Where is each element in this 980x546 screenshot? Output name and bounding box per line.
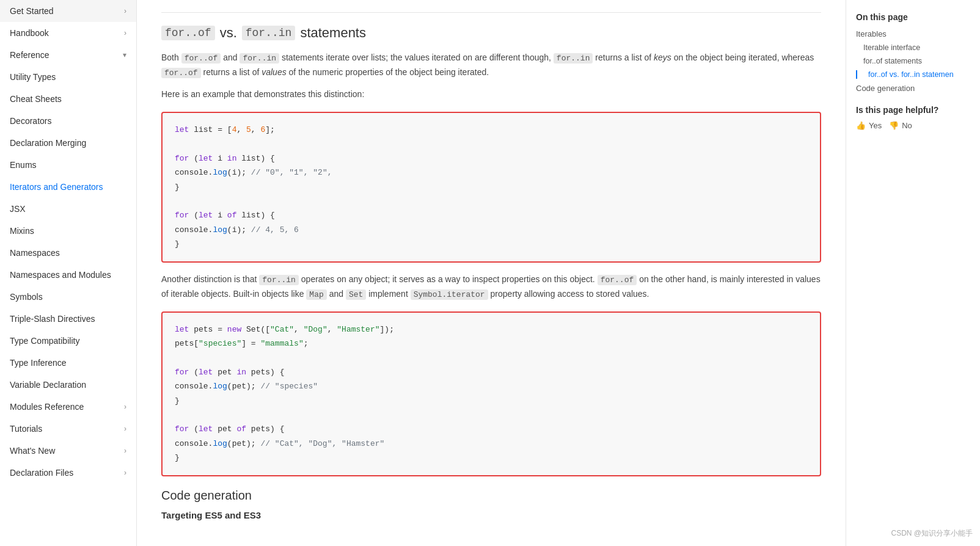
sidebar-item-triple-slash[interactable]: Triple-Slash Directives [0, 308, 136, 330]
yes-button[interactable]: 👍 Yes [856, 121, 882, 130]
paragraph-2: Here is an example that demonstrates thi… [161, 87, 821, 102]
sidebar-item-label: Symbols [10, 292, 43, 302]
kw-token: in [236, 368, 246, 377]
code-line: pets["species"] = "mammals"; [175, 337, 808, 351]
sidebar-item-label: Get Started [10, 6, 54, 16]
toc-title: On this page [856, 12, 970, 22]
var-token: console [175, 168, 208, 177]
sidebar-item-label: Declaration Merging [10, 138, 86, 148]
kw-token: of [227, 211, 237, 220]
var-token: pets [246, 424, 270, 434]
toc-item-iterable-interface[interactable]: Iterable interface [856, 43, 970, 52]
code-block-1: let list = [4, 5, 6]; for (let i in list… [161, 112, 821, 263]
pun-token: ); [246, 382, 260, 391]
pun-token: ; [304, 339, 309, 348]
sidebar-item-reference[interactable]: Reference▾ [0, 44, 136, 66]
no-label: No [902, 121, 912, 130]
sidebar-item-label: JSX [10, 204, 26, 214]
heading-vs: vs. [220, 25, 237, 41]
sidebar-item-namespaces-modules[interactable]: Namespaces and Modules [0, 264, 136, 286]
sidebar-item-decorators[interactable]: Decorators [0, 110, 136, 132]
sidebar-item-declaration-merging[interactable]: Declaration Merging [0, 132, 136, 154]
fn-token: log [213, 225, 227, 235]
pun-token: ); [236, 225, 250, 235]
sidebar-item-label: Namespaces [10, 248, 60, 258]
str-token: "Cat" [270, 325, 294, 334]
inline-code: for..of [161, 68, 201, 78]
pun-token: , [251, 125, 261, 134]
code-line: } [175, 451, 808, 465]
str-token: "species" [199, 339, 241, 348]
pun-token: } [175, 183, 180, 192]
str-token: "Dog" [304, 325, 327, 334]
sidebar-item-utility-types[interactable]: Utility Types [0, 66, 136, 88]
code-line: for (let pet in pets) { [175, 365, 808, 379]
toc-item-forof-vs-forin[interactable]: for..of vs. for..in statemen [856, 70, 970, 79]
inline-code: for..of [598, 275, 637, 285]
sidebar-item-jsx[interactable]: JSX [0, 198, 136, 220]
sidebar-item-iterators-generators[interactable]: Iterators and Generators [0, 176, 136, 198]
emphasis: values [261, 67, 286, 77]
toc-item-iterables[interactable]: Iterables [856, 29, 970, 38]
var-token: Set [241, 325, 260, 334]
sidebar-item-label: Declaration Files [10, 468, 73, 478]
code-line: for (let i of list) { [175, 208, 808, 222]
code-line [175, 351, 808, 365]
sidebar-item-type-compatibility[interactable]: Type Compatibility [0, 330, 136, 352]
sidebar-item-namespaces[interactable]: Namespaces [0, 242, 136, 264]
sidebar-item-mixins[interactable]: Mixins [0, 220, 136, 242]
sidebar-item-label: Handbook [10, 28, 49, 38]
sidebar-item-label: Tutorials [10, 424, 42, 434]
pun-token: ([ [260, 325, 270, 334]
toc-item-forof-statements[interactable]: for..of statements [856, 57, 970, 65]
pun-token: ( [189, 424, 199, 434]
sidebar-item-declaration-files[interactable]: Declaration Files› [0, 462, 136, 484]
kw-token: for [175, 368, 189, 377]
sidebar-item-variable-declaration[interactable]: Variable Declaration [0, 374, 136, 396]
pun-token: ) { [270, 368, 284, 377]
pun-token: ( [227, 225, 232, 235]
code-line: } [175, 180, 808, 194]
cmt-token: // "Cat", "Dog", "Hamster" [260, 439, 384, 448]
var-token: list [236, 211, 260, 220]
pun-token: , [294, 325, 304, 334]
top-divider [161, 12, 821, 13]
sidebar-item-enums[interactable]: Enums [0, 154, 136, 176]
inline-code: for..in [554, 53, 593, 64]
sidebar-item-cheat-sheets[interactable]: Cheat Sheets [0, 88, 136, 110]
var-token: pet [213, 424, 236, 434]
heading-rest: statements [300, 25, 366, 41]
sidebar-item-modules-reference[interactable]: Modules Reference› [0, 396, 136, 418]
kw-token: let [175, 325, 189, 334]
sidebar-item-label: Modules Reference [10, 402, 84, 412]
sidebar-item-symbols[interactable]: Symbols [0, 286, 136, 308]
sidebar-item-label: Type Inference [10, 358, 67, 368]
cmt-token: // 4, 5, 6 [251, 225, 299, 235]
bottom-heading: Code generation [161, 489, 821, 503]
pun-token: [ [194, 339, 199, 348]
var-token: pet [232, 382, 246, 391]
pun-token: ] = [241, 339, 260, 348]
helpful-buttons: 👍 Yes 👎 No [856, 121, 970, 130]
table-of-contents: On this page IterablesIterable interface… [846, 0, 980, 546]
sidebar-item-label: Enums [10, 160, 37, 170]
code-line: console.log(pet); // "species" [175, 379, 808, 393]
no-button[interactable]: 👎 No [889, 121, 912, 130]
sidebar-item-label: Cheat Sheets [10, 94, 62, 104]
sidebar-item-whats-new[interactable]: What's New› [0, 440, 136, 462]
pun-token: ( [227, 382, 232, 391]
sidebar-item-type-inference[interactable]: Type Inference [0, 352, 136, 374]
code-line [175, 194, 808, 208]
code-block-2: let pets = new Set(["Cat", "Dog", "Hamst… [161, 311, 821, 476]
pun-token: ); [236, 168, 250, 177]
toc-item-code-generation[interactable]: Code generation [856, 84, 970, 93]
var-token: list [236, 154, 260, 163]
chevron-icon: ▾ [123, 51, 126, 59]
pun-token: ( [189, 154, 199, 163]
sidebar-item-get-started[interactable]: Get Started› [0, 0, 136, 22]
sidebar-item-tutorials[interactable]: Tutorials› [0, 418, 136, 440]
kw-token: for [175, 154, 189, 163]
sidebar-item-handbook[interactable]: Handbook› [0, 22, 136, 44]
sidebar-item-label: Namespaces and Modules [10, 270, 111, 280]
paragraph-3: Another distinction is that for..in oper… [161, 272, 821, 302]
